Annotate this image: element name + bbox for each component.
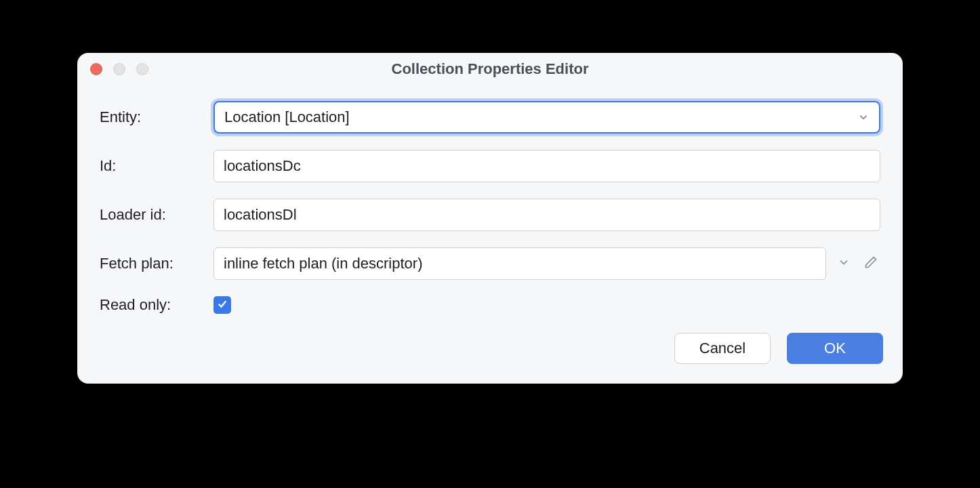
- row-id: Id:: [100, 150, 880, 182]
- read-only-checkbox[interactable]: [213, 296, 231, 314]
- entity-combobox[interactable]: Location [Location]: [213, 101, 880, 134]
- id-label: Id:: [100, 157, 213, 175]
- titlebar: Collection Properties Editor: [78, 54, 902, 85]
- row-fetch-plan: Fetch plan: inline fetch plan (in descri…: [100, 247, 880, 280]
- loader-id-label: Loader id:: [100, 206, 213, 224]
- dialog-footer: Cancel OK: [78, 333, 902, 383]
- collection-properties-dialog: Collection Properties Editor Entity: Loc…: [77, 53, 903, 384]
- minimize-window-button[interactable]: [113, 63, 125, 75]
- fetch-plan-label: Fetch plan:: [100, 255, 213, 272]
- pencil-icon: [864, 256, 878, 272]
- entity-label: Entity:: [100, 108, 213, 126]
- close-window-button[interactable]: [90, 63, 102, 75]
- traffic-lights: [90, 63, 148, 75]
- check-icon: [216, 298, 228, 312]
- row-loader-id: Loader id:: [100, 199, 880, 231]
- fetch-plan-value: inline fetch plan (in descriptor): [224, 255, 816, 272]
- row-entity: Entity: Location [Location]: [100, 101, 880, 134]
- row-read-only: Read only:: [100, 296, 880, 314]
- form: Entity: Location [Location] Id: Loader i…: [78, 85, 902, 333]
- loader-id-input[interactable]: [213, 199, 880, 231]
- id-input[interactable]: [213, 150, 880, 182]
- chevron-down-icon: [857, 111, 870, 123]
- cancel-button[interactable]: Cancel: [674, 333, 771, 364]
- fetch-plan-combobox[interactable]: inline fetch plan (in descriptor): [213, 247, 826, 280]
- fetch-plan-edit-button[interactable]: [861, 254, 880, 273]
- read-only-label: Read only:: [100, 296, 213, 314]
- dialog-title: Collection Properties Editor: [78, 60, 902, 78]
- chevron-down-icon: [837, 256, 851, 272]
- ok-button[interactable]: OK: [787, 333, 883, 364]
- zoom-window-button[interactable]: [136, 63, 148, 75]
- entity-value: Location [Location]: [224, 108, 857, 126]
- fetch-plan-dropdown-button[interactable]: [834, 254, 853, 273]
